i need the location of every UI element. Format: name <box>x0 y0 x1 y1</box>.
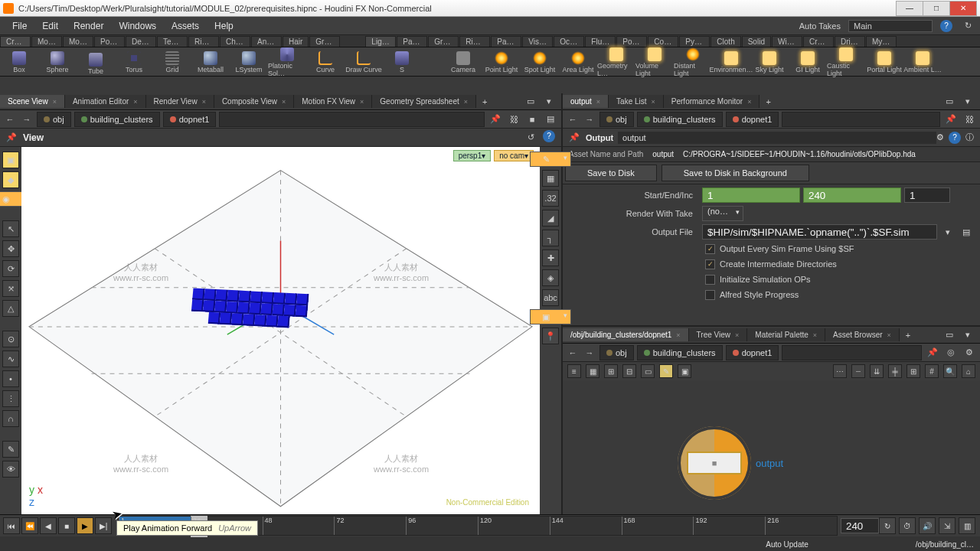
tool-box[interactable]: Box <box>0 50 38 73</box>
shelf-tab[interactable]: Wires <box>772 36 802 47</box>
shelf-tab[interactable]: Part… <box>397 36 427 47</box>
visibility-tool[interactable]: 👁 <box>2 461 19 478</box>
tool-spotlight[interactable]: Spot Light <box>521 50 559 73</box>
pin-icon[interactable]: 📌 <box>569 132 580 142</box>
close-button[interactable]: ✕ <box>949 1 977 16</box>
loop-icon[interactable]: ↻ <box>879 517 896 534</box>
view-grid3-icon[interactable]: ⊟ <box>622 364 636 378</box>
path-item[interactable]: building_clusters <box>74 112 160 127</box>
tool-pointlight[interactable]: Point Light <box>482 50 521 73</box>
close-icon[interactable]: × <box>464 98 468 106</box>
persp-badge[interactable]: persp1▾ <box>453 150 492 161</box>
shelf-tab[interactable]: Ligh… <box>365 36 396 47</box>
tab-scene-view[interactable]: Scene View× <box>0 95 65 108</box>
render-icon[interactable]: ■ <box>524 112 540 127</box>
tool-skylight[interactable]: Sky Light <box>750 50 789 73</box>
shelf-tab[interactable]: Char… <box>220 36 250 47</box>
tool-causticlight[interactable]: Caustic Light <box>827 46 865 77</box>
scope-icon[interactable]: ▥ <box>959 517 975 534</box>
close-icon[interactable]: × <box>133 98 137 106</box>
menu-assets[interactable]: Assets <box>164 18 207 34</box>
tool-gilight[interactable]: GI Light <box>789 50 827 73</box>
close-icon[interactable]: × <box>676 331 680 339</box>
shelf-tab[interactable]: Cloth <box>710 36 740 47</box>
shelf-tab[interactable]: Hair <box>283 36 309 47</box>
shelf-tab[interactable]: Defo… <box>126 36 156 47</box>
view-grid-icon[interactable]: ▦ <box>586 364 599 378</box>
shelf-tab[interactable]: Visc… <box>522 36 553 47</box>
tool-volumelight[interactable]: Volume Light <box>635 46 674 77</box>
close-icon[interactable]: × <box>202 98 206 106</box>
viewport[interactable]: persp1▾ no cam▾ 人人素材www.rr-sc.com 人人素材ww… <box>21 147 540 514</box>
prev-key-button[interactable]: ⏪ <box>21 517 38 534</box>
tool-tube[interactable]: Tube <box>77 48 115 75</box>
network-canvas[interactable]: output <box>563 380 980 514</box>
gear-icon[interactable]: ⚙ <box>962 345 977 360</box>
tab-asset-browser[interactable]: Asset Browser× <box>825 328 900 341</box>
render-take-select[interactable]: (no… <box>702 206 743 221</box>
path-field[interactable] <box>219 112 485 127</box>
target-icon[interactable]: ◎ <box>943 345 959 360</box>
menu-help[interactable]: Help <box>207 18 241 34</box>
shelf-tab[interactable]: Ani… <box>251 36 282 47</box>
path-item[interactable]: building_clusters <box>637 345 723 360</box>
tab-perfmon[interactable]: Performance Monitor× <box>664 95 760 108</box>
tool-portallight[interactable]: Portal Light <box>865 50 903 73</box>
file-menu-icon[interactable]: ▾ <box>940 224 956 240</box>
menu-file[interactable]: File <box>5 18 34 34</box>
tool-ambientlight[interactable]: Ambient L… <box>903 50 942 73</box>
pane-menu-icon[interactable]: ▾ <box>541 94 557 109</box>
add-tab-button[interactable]: + <box>760 95 776 109</box>
checkbox[interactable] <box>705 290 715 300</box>
link-icon[interactable]: ⛓ <box>962 112 977 127</box>
shelf-tab[interactable]: Flui… <box>585 36 616 47</box>
note-icon[interactable]: ✎ <box>659 364 673 378</box>
align-icon[interactable]: ╪ <box>888 364 902 378</box>
view-grid2-icon[interactable]: ⊞ <box>604 364 618 378</box>
view-list-icon[interactable]: ≡ <box>567 364 581 378</box>
inc-field[interactable] <box>904 187 950 203</box>
select-tool[interactable]: ◆ <box>2 171 19 188</box>
node-name-field[interactable]: output <box>618 132 936 144</box>
move-tool[interactable]: ✥ <box>2 240 19 257</box>
tool-arealight[interactable]: Area Light <box>559 50 597 73</box>
nocam-badge[interactable]: no cam▾ <box>494 150 534 161</box>
display-tool[interactable]: ▣ <box>530 309 571 324</box>
add-tab-button[interactable]: + <box>900 328 916 342</box>
snap-curve-tool[interactable]: ∿ <box>2 350 19 367</box>
take-dropdown[interactable]: Main <box>848 20 933 32</box>
shelf-tab[interactable]: Grains <box>428 36 459 47</box>
shelf-tab[interactable]: Text… <box>157 36 188 47</box>
stop-button[interactable]: ■ <box>58 517 75 534</box>
display-tool[interactable]: ✎ <box>530 152 571 167</box>
nav-back-icon[interactable]: ← <box>566 112 580 126</box>
tool-platonic[interactable]: Platonic Sol… <box>268 46 306 77</box>
shelf-tab[interactable]: My S… <box>866 36 897 47</box>
snap-point-tool[interactable]: • <box>2 370 19 387</box>
menu-render[interactable]: Render <box>66 18 111 34</box>
close-icon[interactable]: × <box>747 98 751 106</box>
pin-icon[interactable]: 📌 <box>925 345 940 360</box>
shelf-tab[interactable]: Driv… <box>835 36 865 47</box>
tab-render-view[interactable]: Render View× <box>146 95 214 108</box>
tab-output[interactable]: output× <box>563 95 609 108</box>
tool-camera[interactable]: Camera <box>444 50 482 73</box>
nav-fwd-icon[interactable]: → <box>20 112 34 126</box>
snap-tool[interactable]: ⊙ <box>2 331 19 347</box>
link-icon[interactable]: ⛓ <box>506 112 521 127</box>
save-to-disk-button[interactable]: Save to Disk <box>565 165 657 181</box>
view-box-icon[interactable]: ▭ <box>641 364 655 378</box>
zoom-icon[interactable]: 🔍 <box>943 364 957 378</box>
checkbox[interactable] <box>705 275 715 285</box>
end-field[interactable] <box>803 187 901 203</box>
path-item[interactable]: dopnet1 <box>726 345 779 360</box>
snap-multi-tool[interactable]: ⋮ <box>2 390 19 407</box>
tool-distantlight[interactable]: Distant Light <box>674 46 712 77</box>
tab-material[interactable]: Material Palette× <box>747 328 825 341</box>
layout-icon[interactable]: ⇊ <box>870 364 884 378</box>
start-field[interactable] <box>702 187 800 203</box>
path-root[interactable]: obj <box>37 112 71 127</box>
snapshot-icon[interactable]: ▤ <box>543 112 558 127</box>
tool-envlight[interactable]: Environmen… <box>712 50 750 73</box>
shelf-tab[interactable]: Rigg… <box>188 36 219 47</box>
